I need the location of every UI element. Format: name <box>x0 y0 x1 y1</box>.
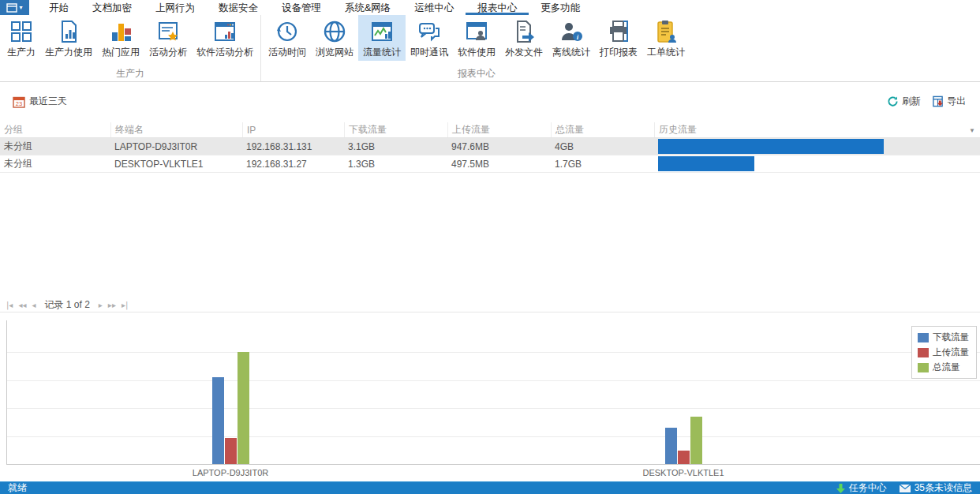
chart-category-label: LAPTOP-D9J3IT0R <box>193 468 268 477</box>
ribbon-item-software-activity-analysis[interactable]: 软件活动分析 <box>192 15 258 61</box>
chart-x-axis <box>6 464 980 465</box>
task-center-button[interactable]: 任务中心 <box>836 481 887 494</box>
ribbon-item-offline-statistics[interactable]: i 离线统计 <box>548 15 595 61</box>
cell-download: 1.3GB <box>344 159 447 170</box>
refresh-button[interactable]: 刷新 <box>887 95 921 108</box>
ribbon-item-productivity[interactable]: 生产力 <box>2 15 40 61</box>
legend-label: 下载流量 <box>933 331 969 343</box>
table-row[interactable]: 未分组 LAPTOP-D9J3IT0R 192.168.31.131 3.1GB… <box>0 138 980 155</box>
column-header-upload[interactable]: 上传流量 <box>447 122 551 137</box>
tab-doc-encryption[interactable]: 文档加密 <box>80 0 144 15</box>
chart-legend: 下载流量上传流量总流量 <box>911 326 977 379</box>
ribbon-item-traffic-statistics[interactable]: 流量统计 <box>358 15 406 61</box>
export-icon <box>932 95 944 107</box>
chart-gridline <box>6 380 980 381</box>
cell-upload: 947.6MB <box>447 141 551 152</box>
legend-item: 总流量 <box>918 361 969 373</box>
ribbon-item-software-usage[interactable]: 软件使用 <box>453 15 500 61</box>
column-header-group[interactable]: 分组 <box>0 122 110 137</box>
printer-icon <box>606 19 631 44</box>
ribbon-item-browsed-websites[interactable]: 浏览网站 <box>311 15 358 61</box>
app-menu-button[interactable]: ▾ <box>0 0 29 15</box>
table-row[interactable]: 未分组 DESKTOP-VLKTLE1 192.168.31.27 1.3GB … <box>0 155 980 173</box>
tab-data-security[interactable]: 数据安全 <box>207 0 270 15</box>
user-info-icon: i <box>559 19 584 44</box>
export-label: 导出 <box>947 95 966 108</box>
tab-report-center[interactable]: 报表中心 <box>466 0 529 15</box>
globe-icon <box>322 19 347 44</box>
menu-tabs: 开始 文档加密 上网行为 数据安全 设备管理 系统&网络 运维中心 报表中心 更… <box>37 0 592 15</box>
traffic-bar-chart: LAPTOP-D9J3IT0RDESKTOP-VLKTLE1 下载流量上传流量总… <box>0 312 980 481</box>
history-bar <box>658 156 754 171</box>
column-header-total[interactable]: 总流量 <box>551 122 654 137</box>
bar-chart-plot: LAPTOP-D9J3IT0RDESKTOP-VLKTLE1 <box>0 312 980 481</box>
legend-item: 上传流量 <box>918 346 969 358</box>
ribbon-item-productivity-usage[interactable]: 生产力使用 <box>40 15 97 61</box>
legend-swatch <box>918 333 929 342</box>
legend-swatch <box>918 348 929 357</box>
date-range-button[interactable]: 23 最近三天 <box>13 95 67 108</box>
chat-bubbles-icon <box>417 19 442 44</box>
legend-label: 上传流量 <box>933 346 969 358</box>
last-page-button[interactable]: ▸| <box>122 301 128 309</box>
calendar-icon: 23 <box>13 95 25 108</box>
doc-star-icon <box>155 19 181 44</box>
tab-more-features[interactable]: 更多功能 <box>529 0 592 15</box>
column-filter-icon[interactable]: ▼ <box>969 127 975 134</box>
tab-system-network[interactable]: 系统&网络 <box>333 0 402 15</box>
filter-bar: 23 最近三天 刷新 导出 <box>0 83 980 121</box>
tab-ops-center[interactable]: 运维中心 <box>402 0 466 15</box>
status-ready-label: 就绪 <box>8 481 27 494</box>
chart-bar <box>238 352 249 464</box>
tab-home[interactable]: 开始 <box>37 0 80 15</box>
chart-bar <box>690 417 702 464</box>
traffic-table: 分组 终端名 IP 下载流量 上传流量 总流量 历史流量 ▼ 未分组 LAPTO… <box>0 122 980 173</box>
ribbon-item-activity-analysis[interactable]: 活动分析 <box>144 15 192 61</box>
ribbon-item-activity-time[interactable]: 活动时间 <box>264 15 311 61</box>
fast-next-button[interactable]: ▸▸ <box>108 301 116 309</box>
ribbon-item-work-order-statistics[interactable]: 工单统计 <box>642 15 690 61</box>
chart-bar <box>665 428 677 464</box>
ribbon-item-instant-messaging[interactable]: 即时通讯 <box>406 15 453 61</box>
grid-icon <box>9 19 34 44</box>
bar-chart-icon <box>108 19 133 44</box>
record-pager: |◂ ◂◂ ◂ 记录 1 of 2 ▸ ▸▸ ▸| <box>0 298 980 312</box>
tab-web-behavior[interactable]: 上网行为 <box>144 0 207 15</box>
prev-page-button[interactable]: ◂ <box>32 301 36 309</box>
fast-prev-button[interactable]: ◂◂ <box>18 301 26 309</box>
window-bar-chart-icon <box>212 19 238 44</box>
envelope-icon <box>900 485 911 492</box>
cell-group: 未分组 <box>0 140 110 153</box>
ribbon-group-report-center: 活动时间 浏览网站 流量统计 即时通讯 软件使用 外发文件 <box>261 15 692 81</box>
chart-bar <box>678 451 690 464</box>
column-header-history[interactable]: 历史流量 <box>654 122 980 137</box>
cell-terminal: LAPTOP-D9J3IT0R <box>110 141 242 152</box>
chart-y-axis <box>6 320 7 464</box>
column-header-download[interactable]: 下载流量 <box>344 122 447 137</box>
next-page-button[interactable]: ▸ <box>99 301 103 309</box>
tab-device-management[interactable]: 设备管理 <box>270 0 333 15</box>
clock-history-icon <box>275 19 300 44</box>
ribbon-item-outgoing-files[interactable]: 外发文件 <box>500 15 548 61</box>
first-page-button[interactable]: |◂ <box>6 301 13 309</box>
export-button[interactable]: 导出 <box>932 95 966 108</box>
ribbon-item-hot-apps[interactable]: 热门应用 <box>97 15 144 61</box>
column-header-ip[interactable]: IP <box>242 122 344 137</box>
ribbon-item-print-report[interactable]: 打印报表 <box>595 15 642 61</box>
cell-download: 3.1GB <box>344 141 447 152</box>
cell-total: 4GB <box>551 141 654 152</box>
unread-messages-button[interactable]: 35条未读信息 <box>900 481 972 494</box>
chart-category-label: DESKTOP-VLKTLE1 <box>642 468 724 477</box>
legend-swatch <box>918 363 929 372</box>
refresh-label: 刷新 <box>902 95 921 108</box>
caret-down-icon: ▾ <box>19 5 22 11</box>
cell-total: 1.7GB <box>551 159 654 170</box>
status-bar: 就绪 任务中心 35条未读信息 <box>0 481 980 494</box>
column-header-terminal[interactable]: 终端名 <box>110 122 242 137</box>
legend-label: 总流量 <box>933 361 960 373</box>
unread-messages-label: 35条未读信息 <box>915 481 972 494</box>
legend-item: 下载流量 <box>918 331 969 343</box>
traffic-line-chart-icon <box>369 19 395 44</box>
table-header-row: 分组 终端名 IP 下载流量 上传流量 总流量 历史流量 ▼ <box>0 122 980 138</box>
chart-gridline <box>6 436 980 437</box>
